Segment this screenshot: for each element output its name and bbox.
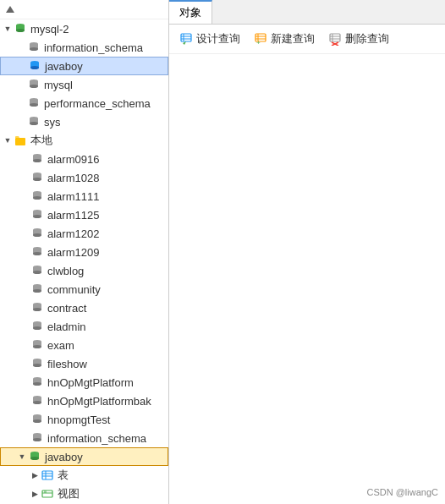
chevron-down-icon: ▼ [18, 452, 26, 461]
tree-item-hnopmgtTest[interactable]: hnopmgtTest [0, 410, 168, 429]
svg-rect-71 [42, 471, 52, 479]
tree-item-alarm1209[interactable]: alarm1209 [0, 243, 168, 261]
tree-item-performance-schema[interactable]: ▶ performance_schema [0, 94, 168, 112]
tree-item-javaboy-top[interactable]: ▶ javaboy [0, 57, 168, 75]
db-icon-green [28, 450, 41, 463]
tree-root[interactable]: ▼ mysql-2 [0, 19, 168, 38]
chevron-icon: ▶ [18, 62, 26, 70]
svg-rect-77 [44, 490, 47, 493]
item-label: alarm1202 [47, 227, 99, 240]
tree-item-hnOpMgtPlatformbak[interactable]: hnOpMgtPlatformbak [0, 392, 168, 410]
chevron-icon: ▶ [17, 43, 25, 52]
db-icon [30, 189, 44, 203]
svg-point-67 [33, 438, 41, 441]
chevron-icon: ▼ [3, 136, 12, 145]
right-panel: 对象 设计查询 [169, 0, 445, 504]
scroll-up-button[interactable] [3, 3, 17, 16]
svg-point-34 [33, 233, 41, 237]
tree-item-alarm1125[interactable]: alarm1125 [0, 205, 168, 224]
svg-point-55 [33, 364, 41, 367]
tree-item-exam[interactable]: exam [0, 336, 168, 354]
left-panel: ▼ mysql-2 ▶ [0, 0, 169, 504]
tree-item-community[interactable]: community [0, 280, 168, 299]
svg-point-15 [30, 103, 38, 107]
tree-container[interactable]: ▼ mysql-2 ▶ [0, 19, 168, 504]
db-icon [30, 301, 44, 315]
tree-item-information-schema-local[interactable]: information_schema [0, 429, 168, 447]
svg-point-49 [33, 326, 41, 330]
svg-point-37 [33, 252, 41, 255]
item-label: clwblog [47, 265, 84, 277]
delete-query-icon [328, 32, 342, 46]
tree-item-sys[interactable]: ▶ sys [0, 112, 168, 131]
db-icon [30, 338, 44, 352]
db-icon [30, 208, 44, 222]
chevron-icon: ▶ [17, 118, 25, 126]
tree-item-information-schema-top[interactable]: ▶ information_schema [0, 38, 168, 57]
item-label: exam [47, 339, 74, 352]
svg-rect-19 [15, 138, 25, 145]
tree-item-alarm0916[interactable]: alarm0916 [0, 150, 168, 168]
tree-item-fileshow[interactable]: fileshow [0, 354, 168, 373]
svg-point-61 [33, 401, 41, 404]
tree-item-mysql[interactable]: ▶ mysql [0, 75, 168, 94]
tree-item-alarm1202[interactable]: alarm1202 [0, 224, 168, 243]
design-query-label: 设计查询 [196, 31, 240, 47]
chevron-right-icon: ▶ [30, 490, 39, 498]
db-root-icon [14, 22, 27, 36]
delete-query-label: 删除查询 [345, 31, 389, 47]
svg-point-28 [33, 196, 41, 200]
new-query-button[interactable]: + 新建查询 [250, 30, 318, 48]
item-label: alarm1111 [47, 190, 99, 203]
tree-item-view[interactable]: ▶ 视图 [0, 485, 168, 503]
item-label: javaboy [45, 60, 83, 73]
svg-point-9 [30, 66, 39, 69]
svg-point-52 [33, 345, 41, 348]
main-container: ▼ mysql-2 ▶ [0, 0, 445, 504]
svg-point-3 [16, 29, 25, 32]
svg-point-25 [33, 178, 41, 181]
svg-marker-0 [6, 6, 14, 13]
delete-query-button[interactable]: 删除查询 [325, 30, 393, 48]
tree-item-clwblog[interactable]: clwblog [0, 261, 168, 280]
tree-item-eladmin[interactable]: eladmin [0, 317, 168, 336]
svg-point-64 [33, 419, 41, 423]
svg-point-58 [33, 382, 41, 386]
item-label: eladmin [47, 320, 86, 333]
db-icon [30, 413, 44, 426]
db-icon [30, 152, 44, 166]
svg-point-46 [33, 308, 41, 311]
item-label: information_schema [44, 41, 143, 54]
item-label: performance_schema [44, 97, 151, 110]
db-icon [30, 320, 44, 333]
design-query-button[interactable]: 设计查询 [176, 30, 244, 48]
chevron-icon: ▶ [17, 99, 25, 107]
tree-item-contract[interactable]: contract [0, 299, 168, 317]
tree-group-local[interactable]: ▼ 本地 [0, 131, 168, 150]
tree-item-hnOpMgtPlatform[interactable]: hnOpMgtPlatform [0, 373, 168, 392]
tree-item-alarm1028[interactable]: alarm1028 [0, 168, 168, 187]
item-label: fileshow [47, 358, 87, 370]
tree-item-alarm1111[interactable]: alarm1111 [0, 187, 168, 205]
tree-item-table[interactable]: ▶ 表 [0, 466, 168, 485]
db-icon [30, 245, 44, 259]
item-label: hnOpMgtPlatform [47, 376, 134, 389]
root-label: mysql-2 [30, 23, 69, 36]
tab-objects[interactable]: 对象 [169, 0, 212, 24]
item-label: alarm1125 [47, 209, 99, 222]
svg-rect-75 [42, 490, 52, 497]
svg-point-31 [33, 215, 41, 218]
design-query-icon [179, 32, 193, 46]
db-icon [30, 375, 44, 389]
item-label: hnOpMgtPlatformbak [47, 395, 151, 408]
tree-item-javaboy-local[interactable]: ▼ javaboy [0, 447, 168, 466]
item-label: alarm0916 [47, 153, 99, 166]
db-icon [27, 96, 41, 110]
view-icon [41, 487, 54, 501]
new-query-icon: + [254, 32, 267, 46]
item-label: hnopmgtTest [47, 414, 110, 426]
svg-text:+: + [256, 39, 261, 46]
db-icon [27, 115, 41, 129]
item-label: alarm1028 [47, 172, 99, 184]
db-icon [27, 78, 41, 91]
